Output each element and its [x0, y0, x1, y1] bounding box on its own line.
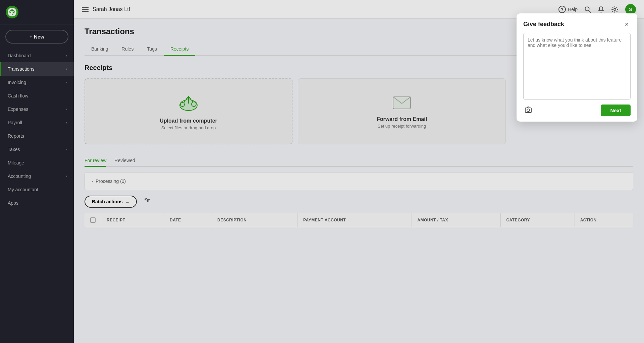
table-header-payment-account: PAYMENT ACCOUNT [298, 213, 412, 227]
tab-tags[interactable]: Tags [140, 43, 164, 56]
chevron-right-icon: › [66, 67, 67, 71]
quickbooks-logo-icon: qb [5, 5, 19, 19]
dropdown-chevron-icon: ⌄ [125, 199, 129, 204]
feedback-modal-header: Give feedback × [523, 20, 631, 28]
review-tab-for-review[interactable]: For review [85, 155, 106, 167]
help-circle-icon: ? [558, 6, 566, 13]
feedback-modal-title: Give feedback [523, 21, 564, 28]
search-icon [584, 6, 591, 13]
svg-rect-6 [82, 11, 89, 12]
new-button-wrap: + New [0, 24, 74, 49]
sidebar-item-payroll[interactable]: Payroll › [0, 116, 74, 129]
processing-chevron-icon: › [92, 179, 93, 184]
review-tabs: For review Reviewed [85, 155, 633, 167]
feedback-modal-footer: Next [523, 105, 631, 116]
feedback-textarea[interactable] [523, 33, 631, 100]
notifications-button[interactable] [598, 6, 604, 13]
table-header-receipt: RECEIPT [101, 213, 164, 227]
forward-from-email-card[interactable]: Forward from Email Set up receipt forwar… [298, 78, 506, 144]
svg-line-10 [589, 10, 591, 12]
table-header-description: DESCRIPTION [212, 213, 298, 227]
sidebar-item-myaccountant[interactable]: My accountant [0, 183, 74, 196]
svg-point-11 [614, 8, 616, 10]
tab-receipts[interactable]: Receipts [164, 43, 195, 56]
settings-button[interactable] [611, 6, 619, 13]
sidebar-item-apps[interactable]: Apps [0, 196, 74, 210]
table-header-category: CATEGORY [501, 213, 575, 227]
review-tab-reviewed[interactable]: Reviewed [114, 155, 135, 167]
upload-card-title: Upload from computer [160, 118, 217, 124]
chevron-right-icon: › [66, 120, 67, 125]
camera-icon [525, 106, 532, 113]
table-header-amount-tax: AMOUNT / TAX [412, 213, 501, 227]
svg-point-19 [145, 198, 147, 200]
sidebar: qb + New Dashboard › Transactions › Invo… [0, 0, 74, 343]
feedback-close-button[interactable]: × [623, 20, 631, 28]
upload-from-computer-card[interactable]: Upload from computer Select files or dra… [85, 78, 292, 144]
hamburger-menu-button[interactable] [82, 6, 89, 13]
sidebar-item-transactions[interactable]: Transactions › [0, 62, 74, 76]
receipts-table: RECEIPT DATE DESCRIPTION PAYMENT ACCOUNT… [85, 213, 633, 227]
feedback-camera-button[interactable] [523, 105, 533, 116]
hamburger-icon [82, 6, 89, 13]
upload-cloud-icon [176, 92, 201, 113]
filter-icon[interactable] [144, 197, 151, 206]
table-header-date: DATE [164, 213, 212, 227]
email-icon [392, 94, 412, 111]
svg-rect-4 [82, 7, 89, 8]
chevron-right-icon: › [66, 107, 67, 112]
svg-rect-5 [82, 9, 89, 10]
upload-card-subtitle: Select files or drag and drop [161, 125, 216, 130]
chevron-right-icon: › [66, 147, 67, 152]
svg-point-20 [147, 200, 149, 202]
email-card-title: Forward from Email [377, 116, 427, 122]
bell-icon [598, 6, 604, 13]
chevron-right-icon: › [66, 53, 67, 58]
table-header-checkbox [85, 213, 101, 227]
batch-actions-button[interactable]: Batch actions ⌄ [85, 196, 137, 208]
sidebar-item-invoicing[interactable]: Invoicing › [0, 76, 74, 89]
table-header-action: ACTION [575, 213, 633, 227]
batch-actions-row: Batch actions ⌄ [85, 196, 633, 208]
select-all-checkbox[interactable] [90, 217, 96, 223]
email-icon-wrap [392, 94, 412, 112]
search-button[interactable] [584, 6, 591, 13]
svg-text:qb: qb [9, 10, 15, 15]
sidebar-item-reports[interactable]: Reports [0, 129, 74, 143]
sidebar-item-taxes[interactable]: Taxes › [0, 143, 74, 156]
chevron-right-icon: › [66, 80, 67, 85]
sidebar-item-mileage[interactable]: Mileage [0, 156, 74, 169]
feedback-modal: Give feedback × Next [517, 13, 637, 122]
sidebar-item-cashflow[interactable]: Cash flow [0, 89, 74, 102]
svg-text:?: ? [561, 7, 564, 12]
gear-icon [611, 6, 619, 13]
sidebar-nav: Dashboard › Transactions › Invoicing › C… [0, 49, 74, 210]
sidebar-item-accounting[interactable]: Accounting › [0, 169, 74, 183]
svg-point-14 [180, 102, 184, 107]
svg-point-22 [527, 109, 530, 112]
avatar[interactable]: S [625, 4, 636, 15]
new-button[interactable]: + New [5, 30, 68, 44]
tab-banking[interactable]: Banking [85, 43, 115, 56]
help-button[interactable]: ? Help [558, 6, 578, 13]
processing-row[interactable]: › Processing (0) [85, 172, 633, 190]
upload-cloud-icon-wrap [176, 92, 201, 114]
sidebar-logo: qb [0, 0, 74, 24]
sidebar-item-expenses[interactable]: Expenses › [0, 102, 74, 116]
sidebar-item-dashboard[interactable]: Dashboard › [0, 49, 74, 62]
chevron-right-icon: › [66, 174, 67, 179]
email-card-subtitle: Set up receipt forwarding [378, 124, 426, 129]
svg-point-13 [192, 102, 196, 107]
tab-rules[interactable]: Rules [115, 43, 141, 56]
processing-label: Processing (0) [96, 179, 126, 184]
topbar-actions: ? Help S [558, 4, 636, 15]
feedback-next-button[interactable]: Next [601, 105, 631, 116]
company-name: Sarah Jonas Ltf [93, 6, 130, 12]
